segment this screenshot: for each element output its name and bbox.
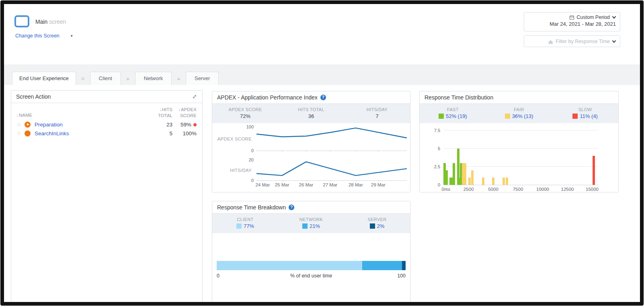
help-icon[interactable]: ?	[320, 95, 326, 100]
fast-count-link[interactable]: 52% (19)	[446, 113, 467, 119]
tab-network[interactable]: Network	[135, 72, 172, 85]
custom-period-row[interactable]: Custom Period	[528, 14, 616, 20]
action-play-circle-icon	[25, 122, 31, 128]
histogram-icon	[548, 39, 554, 44]
favorite-star-icon[interactable]: ☆	[16, 121, 25, 128]
action-link[interactable]: SearchInLinks	[35, 130, 148, 136]
screen-action-panel: Screen Action ↕NAME ↓HITS TOTAL ↕APDEX S…	[11, 90, 203, 302]
slow-swatch-icon	[572, 114, 578, 119]
table-row: ☆ Preparation 23 59%	[11, 120, 202, 129]
tab-separator-equals-icon[interactable]: =	[81, 75, 85, 82]
column-header-hits-total[interactable]: ↓HITS TOTAL	[148, 107, 172, 118]
tab-separator-plus-icon[interactable]: +	[177, 75, 180, 82]
tab-server[interactable]: Server	[186, 72, 219, 85]
chart-row-label: APDEX SCORE	[212, 136, 252, 141]
column-header-apdex-score[interactable]: ↕APDEX SCORE	[172, 107, 197, 118]
chart-row-label: HITS/DAY	[212, 168, 252, 173]
network-pct-link[interactable]: 21%	[310, 223, 320, 229]
table-row: ☆ SearchInLinks 5 100%	[11, 129, 202, 138]
fair-count-link[interactable]: 36% (13)	[512, 113, 533, 119]
change-screen-link[interactable]: Change this Screen	[15, 33, 59, 39]
histogram-bar-fair[interactable]	[492, 178, 494, 185]
histogram-bar-fair[interactable]	[502, 178, 505, 185]
tab-end-user-experience[interactable]: End User Experience	[12, 72, 76, 85]
sort-both-icon: ↕	[16, 113, 18, 118]
fast-swatch-icon	[439, 114, 444, 119]
help-icon[interactable]: ?	[289, 205, 294, 210]
custom-period-label: Custom Period	[576, 14, 610, 20]
calendar-icon	[569, 15, 574, 20]
response-time-histogram: 02.557.50ms250050007500100001250015000	[444, 128, 599, 185]
breakdown-stacked-bar[interactable]	[217, 261, 406, 270]
column-header-name[interactable]: ↕NAME	[16, 113, 148, 118]
breakdown-segment-client[interactable]	[217, 261, 362, 270]
screen-type-label: screen	[49, 19, 66, 25]
stat-hits-per-day: HITS/DAY 7	[344, 104, 410, 123]
network-swatch-icon	[302, 223, 308, 229]
rtd-panel-header: Response Time Distribution	[420, 91, 618, 104]
rtb-panel-header: Response Time Breakdown ?	[212, 201, 410, 214]
response-time-distribution-panel: Response Time Distribution FAST 52% (19)…	[419, 91, 619, 192]
tab-client[interactable]: Client	[90, 72, 121, 85]
expand-panel-button[interactable]	[192, 94, 197, 99]
screen-action-panel-header: Screen Action	[11, 91, 202, 103]
breakdown-axis: 0 % of end user time 100	[217, 273, 406, 279]
action-link[interactable]: Preparation	[35, 122, 148, 128]
apdex-score-line-chart: APDEX SCORE 1000	[212, 127, 410, 151]
histogram-bar-slow[interactable]	[593, 156, 595, 185]
apdex-score-value: 59%	[172, 122, 197, 128]
sort-both-icon: ↕	[178, 108, 180, 112]
change-screen-caret-icon[interactable]: ▼	[70, 34, 73, 38]
filter-by-response-time-dropdown[interactable]: Filter by Response Time	[524, 35, 620, 47]
stat-fair: FAIR 36% (13)	[486, 104, 552, 123]
favorite-star-icon[interactable]: ☆	[16, 130, 25, 136]
stat-network: NETWORK 21%	[278, 214, 344, 233]
breakdown-segment-server[interactable]	[402, 261, 406, 270]
chevron-down-icon	[612, 40, 616, 43]
tab-strip: End User Experience = Client + Network +…	[4, 64, 640, 85]
filter-label: Filter by Response Time	[556, 39, 610, 44]
response-time-breakdown-panel: Response Time Breakdown ? CLIENT 77% NET…	[212, 201, 410, 302]
panel-title-text: Response Time Distribution	[425, 94, 493, 101]
stat-fast: FAST 52% (19)	[420, 104, 486, 123]
hits-total-value: 23	[148, 122, 172, 128]
panel-title-text: APDEX - Application Performance Index	[217, 94, 318, 101]
change-screen-row: Change this Screen ▼	[15, 32, 73, 39]
histogram-bar-fast[interactable]	[453, 163, 455, 185]
histogram-bar-fair[interactable]	[471, 170, 474, 185]
axis-title: % of end user time	[217, 273, 406, 279]
server-pct-link[interactable]: 2%	[377, 223, 385, 229]
server-swatch-icon	[370, 223, 375, 229]
hits-per-day-line-chart: HITS/DAY 20024 Mar25 Mar26 Mar27 Mar28 M…	[212, 160, 410, 181]
period-range-text: Mar 24, 2021 - Mar 28, 2021	[528, 21, 616, 27]
panel-title-text: Response Time Breakdown	[217, 204, 286, 211]
sort-desc-icon: ↓	[160, 108, 162, 112]
apdex-stats-band: APDEX SCORE 72% HITS TOTAL 36 HITS/DAY 7	[212, 104, 410, 123]
stat-slow: SLOW 11% (4)	[552, 104, 618, 123]
custom-period-selector[interactable]: Custom Period Mar 24, 2021 - Mar 28, 202…	[524, 12, 620, 31]
screenshot-frame: Main screen Change this Screen ▼ Custom …	[0, 0, 644, 306]
apdex-panel-header: APDEX - Application Performance Index ?	[212, 91, 410, 104]
apdex-score-plot: 1000	[256, 127, 407, 151]
histogram-bar-fair[interactable]	[468, 178, 471, 185]
histogram-bar-fast[interactable]	[445, 170, 448, 185]
panel-title-text: Screen Action	[16, 93, 51, 100]
histogram-bar-fair[interactable]	[464, 163, 466, 185]
histogram-bar-fair[interactable]	[482, 178, 484, 185]
client-pct-link[interactable]: 77%	[244, 223, 254, 229]
stat-server: SERVER 2%	[344, 214, 410, 233]
screen-thumbnail-icon[interactable]	[14, 15, 29, 27]
breakdown-segment-network[interactable]	[362, 261, 402, 270]
screen-name: Main	[35, 19, 47, 25]
stat-hits-total: HITS TOTAL 36	[278, 104, 344, 123]
hits-per-day-plot: 20024 Mar25 Mar26 Mar27 Mar28 Mar29 Mar	[256, 160, 407, 181]
slow-count-link[interactable]: 11% (4)	[580, 113, 598, 119]
apdex-panel: APDEX - Application Performance Index ? …	[212, 91, 410, 192]
fair-swatch-icon	[505, 114, 510, 119]
client-swatch-icon	[236, 223, 242, 229]
histogram-bar-fair[interactable]	[506, 178, 508, 185]
current-screen-block: Main screen Change this Screen ▼	[14, 15, 29, 27]
chevron-down-icon	[612, 16, 616, 19]
action-circle-icon	[25, 130, 31, 136]
tab-separator-plus-icon[interactable]: +	[126, 75, 130, 82]
